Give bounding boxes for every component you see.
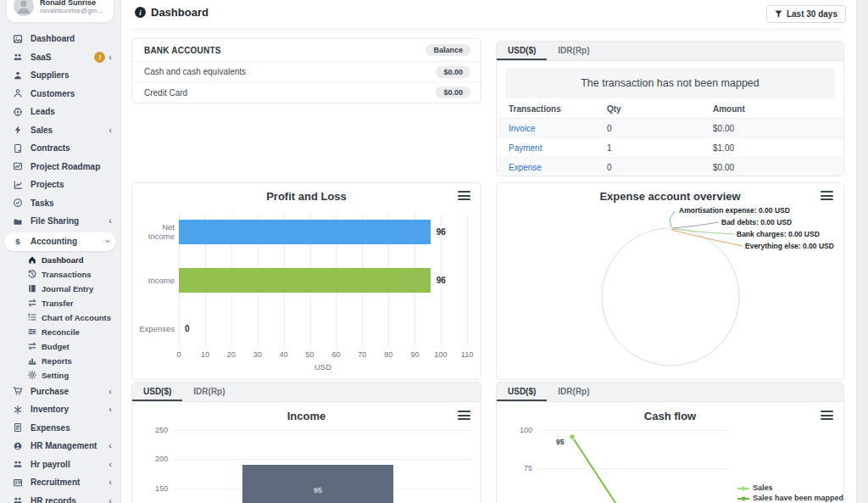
- chart-menu-icon[interactable]: [458, 191, 470, 200]
- x-tick: 60: [331, 350, 340, 359]
- legend-item[interactable]: Sales have been mapped: [737, 493, 843, 503]
- balance-value: $0.00: [436, 66, 470, 78]
- sidebar-item-expenses[interactable]: Expenses: [0, 419, 120, 438]
- projects-icon: [12, 180, 24, 190]
- home-icon: [27, 254, 37, 265]
- x-tick: 90: [410, 350, 419, 359]
- sidebar-item-saas[interactable]: SaaS!‹: [0, 48, 120, 67]
- header-divider: [131, 29, 844, 30]
- chevron-left-icon[interactable]: ‹: [108, 478, 112, 487]
- sidebar-subitem-setting[interactable]: Setting: [0, 368, 120, 383]
- legend-item[interactable]: Sales: [737, 483, 843, 493]
- x-axis-label: USD: [314, 362, 331, 372]
- chart-menu-icon[interactable]: [821, 411, 833, 420]
- sidebar-item-purchase[interactable]: Purchase‹: [0, 383, 120, 401]
- user-name: Ronald Sunrise: [40, 0, 107, 7]
- bank-account-row: Cash and cash equivalents$0.00: [132, 62, 481, 82]
- page-title-text: Dashboard: [151, 6, 209, 19]
- cash-flow-title: Cash flow: [497, 410, 843, 422]
- sidebar-subitem-reports[interactable]: Reports: [0, 354, 120, 368]
- sidebar-item-sales[interactable]: Sales‹: [0, 121, 120, 140]
- transaction-link[interactable]: Invoice: [509, 124, 536, 133]
- chevron-left-icon[interactable]: ‹: [108, 405, 112, 414]
- sidebar: Ronald Sunrise ronaldsunrise@gmail.... D…: [0, 0, 121, 503]
- leads-icon: [12, 107, 24, 117]
- chevron-left-icon[interactable]: ‹: [108, 126, 112, 135]
- tab-idr-rp[interactable]: IDR(Rp): [182, 383, 236, 401]
- sidebar-item-hr-management[interactable]: HR Management‹: [0, 437, 120, 455]
- setting-icon: [27, 370, 37, 380]
- chevron-left-icon[interactable]: ‹: [108, 53, 112, 62]
- sidebar-subitem-transfer[interactable]: Transfer: [0, 296, 120, 310]
- sidebar-item-customers[interactable]: Customers: [0, 85, 120, 103]
- sidebar-subitem-dashboard[interactable]: Dashboard: [0, 253, 120, 267]
- chevron-left-icon[interactable]: ‹: [108, 460, 112, 469]
- scrollbar-track[interactable]: [856, 0, 868, 503]
- sidebar-item-leads[interactable]: Leads: [0, 103, 120, 121]
- sidebar-item-inventory[interactable]: Inventory‹: [0, 400, 120, 419]
- bank-accounts-title: BANK ACCOUNTS: [144, 46, 221, 55]
- user-profile-card[interactable]: Ronald Sunrise ronaldsunrise@gmail....: [7, 0, 114, 22]
- sidebar-item-accounting[interactable]: $Accounting‹: [4, 232, 116, 251]
- tab-usd[interactable]: USD($): [132, 383, 182, 401]
- sidebar-item-tasks[interactable]: Tasks: [0, 194, 120, 213]
- chevron-left-icon[interactable]: ‹: [108, 216, 112, 226]
- supplier-icon: [12, 70, 24, 81]
- expense-overview-card: Expense account overview Amortisation ex…: [496, 182, 844, 380]
- column-transactions: Transactions: [509, 103, 561, 113]
- sidebar-item-recruitment[interactable]: Recruitment‹: [0, 473, 120, 492]
- chevron-left-icon[interactable]: ‹: [108, 441, 112, 450]
- sidebar-item-project-roadmap[interactable]: Project Roadmap: [0, 158, 120, 176]
- chart-menu-icon[interactable]: [821, 191, 833, 200]
- sidebar-subitem-chart-of-accounts[interactable]: Chart of Accounts: [0, 310, 120, 325]
- sidebar-item-file-sharing[interactable]: File Sharing‹: [0, 212, 120, 231]
- expenses-icon: [12, 422, 24, 433]
- sidebar-item-projects[interactable]: Projects: [0, 176, 120, 194]
- pie-slice-label: Bank charges: 0.00 USD: [737, 230, 820, 238]
- sidebar-subitem-journal-entry[interactable]: Journal Entry: [0, 282, 120, 296]
- sidebar-item-dashboard[interactable]: Dashboard: [0, 30, 120, 48]
- contracts-icon: [12, 143, 24, 154]
- gridline: [537, 468, 729, 469]
- column-amount: Amount: [713, 103, 745, 113]
- inventory-icon: [12, 405, 24, 415]
- transaction-link[interactable]: Payment: [509, 143, 542, 153]
- income-title: Income: [132, 410, 481, 422]
- accounting-icon: $: [12, 237, 24, 247]
- income-bar: [242, 465, 393, 503]
- sidebar-item-contracts[interactable]: Contracts: [0, 139, 120, 158]
- currency-tabbar: USD($)IDR(Rp): [497, 383, 843, 402]
- bank-account-row: Credit Card$0.00: [132, 82, 481, 103]
- sidebar-subitem-budget[interactable]: Budget: [0, 339, 120, 354]
- sidebar-item-hr-payroll[interactable]: Hr payroll‹: [0, 455, 120, 474]
- tab-idr-rp[interactable]: IDR(Rp): [547, 42, 600, 60]
- chevron-down-icon[interactable]: ‹: [103, 240, 113, 243]
- transaction-row: Invoice0$0.00: [497, 119, 843, 138]
- tasks-icon: [12, 198, 24, 208]
- legend-marker-icon: [737, 490, 749, 503]
- sidebar-subitem-transactions[interactable]: Transactions: [0, 267, 120, 282]
- y-tick: 100: [507, 426, 532, 434]
- bar-value: 0: [185, 324, 190, 333]
- gridline: [537, 430, 729, 431]
- filter-button[interactable]: Last 30 days: [766, 5, 846, 23]
- roadmap-icon: [12, 161, 24, 171]
- tab-usd[interactable]: USD($): [497, 383, 547, 401]
- chart-menu-icon[interactable]: [458, 411, 470, 420]
- chevron-left-icon[interactable]: ‹: [108, 387, 112, 396]
- dashboard-icon: [12, 34, 24, 44]
- transaction-mapping-card: USD($)IDR(Rp) The transaction has not be…: [496, 41, 844, 176]
- avatar: [14, 0, 34, 16]
- chevron-left-icon[interactable]: ‹: [108, 496, 112, 503]
- x-tick: 0: [176, 350, 181, 359]
- page-header: i Dashboard Last 30 days: [121, 0, 868, 30]
- transaction-link[interactable]: Expense: [509, 163, 542, 172]
- tab-usd[interactable]: USD($): [497, 42, 547, 60]
- sidebar-item-hr-records[interactable]: HR records‹: [0, 492, 120, 503]
- x-tick: 50: [306, 350, 314, 359]
- y-tick: 75: [507, 464, 532, 472]
- sidebar-subitem-reconcile[interactable]: Reconcile: [0, 325, 120, 339]
- sidebar-item-suppliers[interactable]: Suppliers: [0, 66, 120, 85]
- expense-overview-title: Expense account overview: [497, 190, 843, 203]
- tab-idr-rp[interactable]: IDR(Rp): [547, 383, 600, 401]
